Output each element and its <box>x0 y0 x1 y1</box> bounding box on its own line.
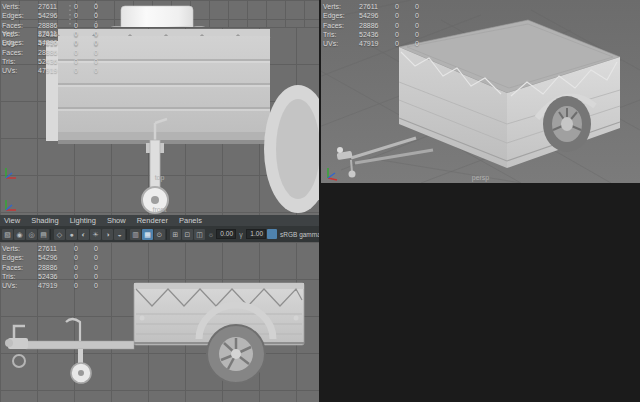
view-transform-label: sRGB gamma <box>280 231 319 238</box>
exposure-field[interactable]: 0.00 <box>216 229 236 239</box>
panel-toolbar: ▧◉◎▤◇●◐☀◑◒▥▦⊙⊞⊡◫ ☼ 0.00 γ 1.00 sRGB gamm… <box>0 226 319 242</box>
xray-icon[interactable]: ▥ <box>130 229 141 240</box>
maya-four-view-workspace: Verts:2761100Edges:5429600Faces:2888600T… <box>0 0 640 402</box>
image-plane-icon[interactable]: ▤ <box>38 229 49 240</box>
view-cube-icon[interactable]: ▧ <box>2 229 13 240</box>
menu-item[interactable]: Renderer <box>137 215 168 226</box>
wireframe-icon[interactable]: ◇ <box>54 229 65 240</box>
toolbar-separator <box>166 229 169 240</box>
gamma-field[interactable]: 1.00 <box>246 229 266 239</box>
menu-item[interactable]: Show <box>107 215 126 226</box>
lock-camera-icon[interactable]: ◉ <box>14 229 25 240</box>
shaded-icon[interactable]: ● <box>66 229 77 240</box>
ambient-occlusion-icon[interactable]: ◒ <box>114 229 125 240</box>
menu-item[interactable]: Panels <box>179 215 202 226</box>
menu-item[interactable]: View <box>4 215 20 226</box>
toolbar-separator <box>126 229 129 240</box>
exposure-icon: ☼ <box>207 231 215 238</box>
toolbar-separator <box>50 229 53 240</box>
trailer-model-persp-view[interactable] <box>321 0 640 183</box>
panel-menubar: ViewShadingLightingShowRendererPanels <box>0 215 319 226</box>
grid-icon[interactable]: ⊞ <box>170 229 181 240</box>
trailer-model-front-view[interactable] <box>0 27 319 215</box>
camera-attributes-icon[interactable]: ◎ <box>26 229 37 240</box>
wireframe-on-shaded-icon[interactable]: ▦ <box>142 229 153 240</box>
view-label-front: front <box>0 206 319 213</box>
viewport-front[interactable]: Verts:2761100Edges:5429600Faces:2888600T… <box>0 27 319 215</box>
gate-mask-icon[interactable]: ◫ <box>194 229 205 240</box>
viewport-persp[interactable]: Verts:2761100Edges:5429600Faces:2888600T… <box>321 0 640 183</box>
shadows-icon[interactable]: ◑ <box>102 229 113 240</box>
use-all-lights-icon[interactable]: ☀ <box>90 229 101 240</box>
menu-item[interactable]: Shading <box>31 215 59 226</box>
viewport-side[interactable]: Verts:2761100Edges:5429600Faces:2888600T… <box>0 242 319 402</box>
panel-front: ViewShadingLightingShowRendererPanels ▧◉… <box>0 0 319 215</box>
panel-side: ViewShadingLightingShowRendererPanels ▧◉… <box>0 215 319 402</box>
menu-item[interactable]: Lighting <box>70 215 96 226</box>
view-label-top: top <box>0 174 319 181</box>
resolution-gate-icon[interactable]: ⊡ <box>182 229 193 240</box>
isolate-select-icon[interactable]: ⊙ <box>154 229 165 240</box>
view-transform-icon[interactable] <box>267 229 277 239</box>
trailer-model-side-view[interactable] <box>0 242 319 402</box>
textured-icon[interactable]: ◐ <box>78 229 89 240</box>
gamma-icon: γ <box>237 231 245 238</box>
view-label-persp: persp <box>321 174 640 181</box>
